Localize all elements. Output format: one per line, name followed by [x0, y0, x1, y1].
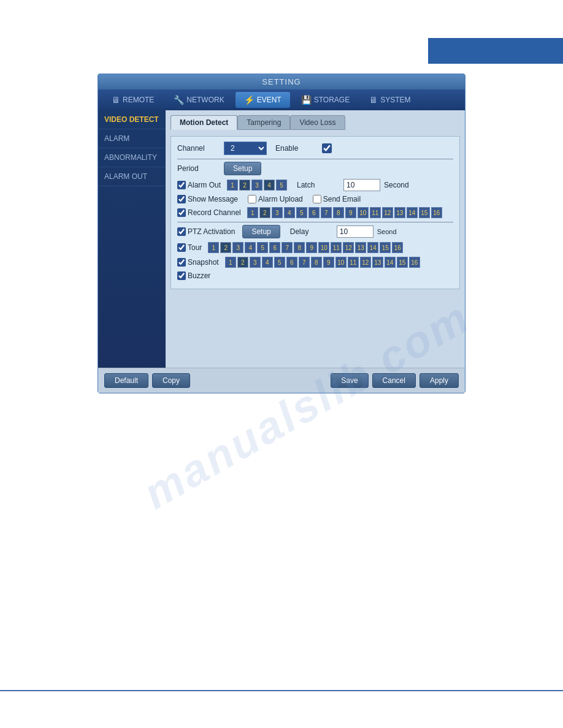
alarm-ch-2[interactable]: 2 — [239, 180, 250, 191]
tour-ch-8[interactable]: 8 — [294, 242, 305, 253]
show-message-checkbox-label[interactable]: Show Message — [177, 195, 238, 203]
rec-ch-1[interactable]: 1 — [247, 207, 258, 218]
snap-ch-8[interactable]: 8 — [311, 257, 322, 268]
rec-ch-2[interactable]: 2 — [259, 207, 270, 218]
alarm-out-row: Alarm Out 1 2 3 4 5 Latch Second — [177, 179, 453, 191]
delay-input[interactable] — [337, 226, 373, 238]
ptz-checkbox-label[interactable]: PTZ Activation — [177, 227, 235, 236]
sidebar-item-alarm-out[interactable]: ALARM OUT — [98, 167, 166, 186]
event-icon: ⚡ — [244, 95, 255, 105]
rec-ch-11[interactable]: 11 — [370, 207, 381, 218]
ptz-checkbox[interactable] — [177, 227, 186, 236]
sidebar-item-abnormality[interactable]: ABNORMALITY — [98, 148, 166, 167]
tour-ch-11[interactable]: 11 — [331, 242, 342, 253]
nav-storage[interactable]: 💾 STORAGE — [293, 92, 358, 108]
second-label: Second — [384, 181, 409, 189]
sidebar-item-video-detect[interactable]: VIDEO DETECT — [98, 110, 166, 129]
snap-ch-16[interactable]: 16 — [409, 257, 420, 268]
rec-ch-15[interactable]: 15 — [419, 207, 430, 218]
snap-ch-15[interactable]: 15 — [397, 257, 408, 268]
alarm-ch-3[interactable]: 3 — [251, 180, 262, 191]
rec-ch-6[interactable]: 6 — [308, 207, 320, 218]
alarm-out-checkbox-label[interactable]: Alarm Out — [177, 181, 221, 189]
rec-ch-9[interactable]: 9 — [345, 207, 356, 218]
snap-ch-2[interactable]: 2 — [237, 257, 248, 268]
rec-ch-5[interactable]: 5 — [296, 207, 307, 218]
tour-checkbox-label[interactable]: Tour — [177, 243, 202, 252]
tour-checkbox[interactable] — [177, 243, 186, 252]
snapshot-checkbox[interactable] — [177, 258, 186, 267]
buzzer-checkbox-label[interactable]: Buzzer — [177, 271, 210, 280]
nav-event[interactable]: ⚡ EVENT — [236, 92, 290, 108]
nav-system[interactable]: 🖥 SYSTEM — [361, 92, 419, 108]
alarm-upload-checkbox[interactable] — [248, 195, 256, 203]
enable-label: Enable — [275, 144, 318, 153]
tour-ch-2[interactable]: 2 — [220, 242, 231, 253]
record-channel-row: Record Channel 1 2 3 4 5 6 7 8 — [177, 207, 453, 218]
rec-ch-10[interactable]: 10 — [358, 207, 369, 218]
snap-ch-4[interactable]: 4 — [262, 257, 273, 268]
tab-tampering[interactable]: Tampering — [237, 115, 290, 130]
rec-ch-8[interactable]: 8 — [333, 207, 344, 218]
tour-ch-9[interactable]: 9 — [306, 242, 317, 253]
apply-button[interactable]: Apply — [419, 373, 459, 388]
latch-input[interactable] — [343, 179, 380, 191]
alarm-out-checkbox[interactable] — [177, 181, 186, 189]
tour-ch-1[interactable]: 1 — [208, 242, 219, 253]
alarm-ch-5[interactable]: 5 — [276, 180, 287, 191]
tour-ch-10[interactable]: 10 — [318, 242, 329, 253]
tour-ch-6[interactable]: 6 — [269, 242, 280, 253]
tour-ch-5[interactable]: 5 — [257, 242, 268, 253]
rec-ch-3[interactable]: 3 — [272, 207, 283, 218]
tab-video-loss[interactable]: Video Loss — [290, 115, 345, 130]
tour-ch-14[interactable]: 14 — [367, 242, 378, 253]
rec-ch-16[interactable]: 16 — [431, 207, 442, 218]
enable-checkbox[interactable] — [322, 143, 332, 153]
default-button[interactable]: Default — [104, 373, 148, 388]
snap-ch-3[interactable]: 3 — [250, 257, 261, 268]
snap-ch-11[interactable]: 11 — [348, 257, 359, 268]
tour-ch-13[interactable]: 13 — [355, 242, 366, 253]
snap-ch-7[interactable]: 7 — [299, 257, 310, 268]
snap-ch-6[interactable]: 6 — [286, 257, 297, 268]
delay-second-label: Seond — [377, 228, 397, 235]
copy-button[interactable]: Copy — [152, 373, 190, 388]
rec-ch-7[interactable]: 7 — [321, 207, 332, 218]
tour-ch-3[interactable]: 3 — [232, 242, 243, 253]
show-message-checkbox[interactable] — [177, 195, 186, 203]
tour-ch-16[interactable]: 16 — [392, 242, 403, 253]
nav-network[interactable]: 🔧 NETWORK — [165, 92, 232, 108]
rec-ch-12[interactable]: 12 — [382, 207, 393, 218]
cancel-button[interactable]: Cancel — [372, 373, 416, 388]
alarm-upload-checkbox-label[interactable]: Alarm Upload — [248, 195, 303, 203]
snap-ch-10[interactable]: 10 — [335, 257, 347, 268]
record-channel-checkbox[interactable] — [177, 208, 186, 217]
send-email-checkbox[interactable] — [313, 195, 321, 203]
buzzer-checkbox[interactable] — [177, 271, 186, 280]
nav-remote[interactable]: 🖥 REMOTE — [103, 92, 163, 108]
rec-ch-14[interactable]: 14 — [407, 207, 418, 218]
snap-ch-14[interactable]: 14 — [385, 257, 396, 268]
snap-ch-1[interactable]: 1 — [225, 257, 236, 268]
snap-ch-13[interactable]: 13 — [372, 257, 383, 268]
sidebar-item-alarm[interactable]: ALARM — [98, 129, 166, 148]
tour-ch-12[interactable]: 12 — [343, 242, 354, 253]
record-channel-checkbox-label[interactable]: Record Channel — [177, 208, 241, 217]
channel-select[interactable]: 2 1 3 — [224, 142, 267, 155]
snap-ch-12[interactable]: 12 — [360, 257, 371, 268]
ptz-setup-button[interactable]: Setup — [242, 225, 280, 238]
alarm-ch-4[interactable]: 4 — [264, 180, 275, 191]
tour-ch-15[interactable]: 15 — [380, 242, 391, 253]
tour-ch-7[interactable]: 7 — [282, 242, 293, 253]
save-button[interactable]: Save — [331, 373, 368, 388]
tab-motion-detect[interactable]: Motion Detect — [170, 115, 237, 130]
snapshot-checkbox-label[interactable]: Snapshot — [177, 258, 219, 267]
send-email-checkbox-label[interactable]: Send Email — [313, 195, 361, 203]
tour-ch-4[interactable]: 4 — [245, 242, 256, 253]
alarm-ch-1[interactable]: 1 — [227, 180, 238, 191]
snap-ch-5[interactable]: 5 — [274, 257, 285, 268]
rec-ch-13[interactable]: 13 — [394, 207, 405, 218]
rec-ch-4[interactable]: 4 — [284, 207, 295, 218]
snap-ch-9[interactable]: 9 — [323, 257, 334, 268]
period-setup-button[interactable]: Setup — [224, 162, 261, 175]
